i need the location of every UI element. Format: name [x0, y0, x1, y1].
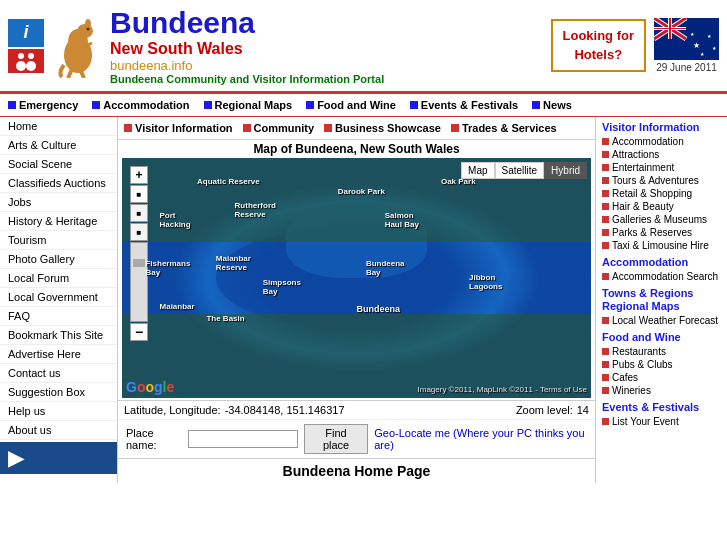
- coords-value: -34.084148, 151.146317: [225, 404, 345, 416]
- flag-block: ★ ★ ★ ★ ★ 29 June 2011: [654, 18, 719, 73]
- find-place-button[interactable]: Find place: [304, 424, 368, 454]
- rs-sq-3: [602, 164, 609, 171]
- header: i: [0, 0, 727, 93]
- sidebar-item-contact[interactable]: Contact us: [0, 364, 117, 383]
- map-label-aquatic: Aquatic Reserve: [197, 177, 260, 186]
- map-center-button[interactable]: ■: [130, 204, 148, 222]
- top-nav-item-emergency[interactable]: Emergency: [4, 97, 88, 113]
- nav-sq-trades: [451, 124, 459, 132]
- sidebar-item-photo-gallery[interactable]: Photo Gallery: [0, 250, 117, 269]
- rs-item-acc-search[interactable]: Accommodation Search: [602, 270, 721, 283]
- zoom-in-button[interactable]: +: [130, 166, 148, 184]
- australia-flag: ★ ★ ★ ★ ★: [654, 18, 719, 60]
- site-url[interactable]: bundeena.info: [110, 58, 543, 73]
- map-btn-satellite[interactable]: Satellite: [495, 162, 545, 179]
- sidebar-item-advertise[interactable]: Advertise Here: [0, 345, 117, 364]
- sidebar-item-classifieds[interactable]: Classifieds Auctions: [0, 174, 117, 193]
- map-label-salmon: SalmonHaul Bay: [385, 211, 419, 229]
- header-title-block: Bundeena New South Wales bundeena.info B…: [110, 6, 543, 85]
- sidebar-item-bookmark[interactable]: Bookmark This Site: [0, 326, 117, 345]
- sidebar-item-faq[interactable]: FAQ: [0, 307, 117, 326]
- geo-locate-link[interactable]: Geo-Locate me (Where your PC thinks you …: [374, 427, 587, 451]
- rs-item-parks[interactable]: Parks & Reserves: [602, 226, 721, 239]
- zoom-out-button[interactable]: −: [130, 323, 148, 341]
- logo-box: i: [8, 19, 44, 73]
- nav-sq-business: [324, 124, 332, 132]
- sidebar-item-social[interactable]: Social Scene: [0, 155, 117, 174]
- sidebar-item-history[interactable]: History & Heritage: [0, 212, 117, 231]
- map-container: + ■ ■ ■ − Map Satellite Hybrid: [122, 158, 591, 398]
- people-icon[interactable]: [8, 49, 44, 73]
- map-label-bundeena-bay: BundeenaBay: [366, 259, 405, 277]
- top-nav-item-food[interactable]: Food and Wine: [302, 97, 406, 113]
- sidebar-item-jobs[interactable]: Jobs: [0, 193, 117, 212]
- rs-item-tours[interactable]: Tours & Adventures: [602, 174, 721, 187]
- second-nav-trades[interactable]: Trades & Services: [449, 120, 561, 136]
- hotels-box[interactable]: Looking forHotels?: [551, 19, 647, 71]
- rs-sq-4: [602, 177, 609, 184]
- map-label-darook: Darook Park: [338, 187, 385, 196]
- rs-sq-9: [602, 242, 609, 249]
- rs-item-accommodation[interactable]: Accommodation: [602, 135, 721, 148]
- second-nav-business[interactable]: Business Showcase: [322, 120, 449, 136]
- second-nav-visitor[interactable]: Visitor Information: [122, 120, 241, 136]
- info-icon[interactable]: i: [8, 19, 44, 47]
- second-nav-community[interactable]: Community: [241, 120, 323, 136]
- top-nav-item-news[interactable]: News: [528, 97, 576, 113]
- place-name-input[interactable]: [188, 430, 298, 448]
- sidebar-item-suggestion[interactable]: Suggestion Box: [0, 383, 117, 402]
- center-content: Visitor Information Community Business S…: [118, 117, 595, 483]
- rs-item-cafes[interactable]: Cafes: [602, 371, 721, 384]
- coords-label: Latitude, Longitude:: [124, 404, 221, 416]
- rs-food-title: Food and Wine: [602, 331, 721, 343]
- rs-item-wineries[interactable]: Wineries: [602, 384, 721, 397]
- sidebar-item-arts[interactable]: Arts & Culture: [0, 136, 117, 155]
- nav-square-emergency: [8, 101, 16, 109]
- sidebar-item-local-gov[interactable]: Local Government: [0, 288, 117, 307]
- nav-square-events: [410, 101, 418, 109]
- rs-item-attractions[interactable]: Attractions: [602, 148, 721, 161]
- sidebar-item-tourism[interactable]: Tourism: [0, 231, 117, 250]
- rs-item-hair[interactable]: Hair & Beauty: [602, 200, 721, 213]
- map-pan-button[interactable]: ■: [130, 223, 148, 241]
- rs-item-galleries[interactable]: Galleries & Museums: [602, 213, 721, 226]
- nav-square-news: [532, 101, 540, 109]
- sidebar-item-about[interactable]: About us: [0, 421, 117, 440]
- rs-item-retail[interactable]: Retail & Shopping: [602, 187, 721, 200]
- rs-item-list-event[interactable]: List Your Event: [602, 415, 721, 428]
- rs-sq-5: [602, 190, 609, 197]
- map-drag-handle[interactable]: ■: [130, 185, 148, 203]
- sidebar-item-local-forum[interactable]: Local Forum: [0, 269, 117, 288]
- map-controls: + ■ ■ ■ −: [130, 166, 148, 341]
- map-btn-hybrid[interactable]: Hybrid: [544, 162, 587, 179]
- map-image[interactable]: + ■ ■ ■ − Map Satellite Hybrid: [122, 158, 591, 398]
- google-logo: Google: [126, 380, 174, 394]
- map-label-oakpark: Oak Park: [441, 177, 476, 186]
- map-section: Map of Bundeena, New South Wales +: [118, 140, 595, 400]
- rs-sq-8: [602, 229, 609, 236]
- rs-visitor-info-title: Visitor Information: [602, 121, 721, 133]
- rs-item-restaurants[interactable]: Restaurants: [602, 345, 721, 358]
- rs-sq-15: [602, 387, 609, 394]
- top-nav-item-events[interactable]: Events & Festivals: [406, 97, 528, 113]
- rs-item-weather[interactable]: Local Weather Forecast: [602, 314, 721, 327]
- rs-item-pubs[interactable]: Pubs & Clubs: [602, 358, 721, 371]
- rs-sq-11: [602, 317, 609, 324]
- sidebar-item-help[interactable]: Help us: [0, 402, 117, 421]
- rs-item-entertainment[interactable]: Entertainment: [602, 161, 721, 174]
- map-label-port-hacking: PortHacking: [160, 211, 191, 229]
- map-label-rutherford: RutherfordReserve: [235, 201, 276, 219]
- rs-regional-title: Regional Maps: [602, 300, 721, 312]
- state-name: New South Wales: [110, 40, 543, 58]
- sidebar-item-home[interactable]: Home: [0, 117, 117, 136]
- rs-events-title: Events & Festivals: [602, 401, 721, 413]
- top-nav-item-accommodation[interactable]: Accommodation: [88, 97, 199, 113]
- top-nav-item-maps[interactable]: Regional Maps: [200, 97, 303, 113]
- rs-towns-title: Towns & Regions: [602, 287, 721, 299]
- rs-sq-2: [602, 151, 609, 158]
- rs-item-taxi[interactable]: Taxi & Limousine Hire: [602, 239, 721, 252]
- rs-sq-1: [602, 138, 609, 145]
- svg-point-1: [28, 53, 34, 59]
- site-tagline: Bundeena Community and Visitor Informati…: [110, 73, 543, 85]
- rs-sq-14: [602, 374, 609, 381]
